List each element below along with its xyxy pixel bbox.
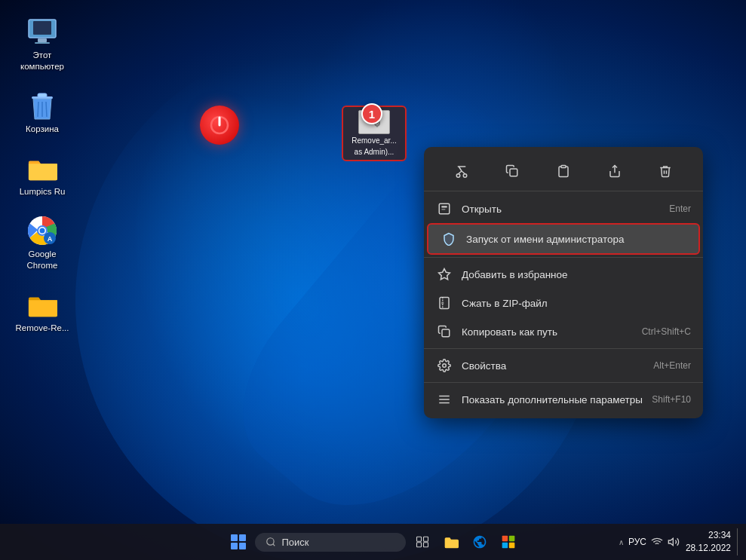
open-icon (436, 200, 453, 217)
date-display: 28.12.2022 (686, 542, 731, 555)
svg-point-43 (443, 364, 447, 368)
context-menu: Открыть Enter Запуск от имени администра… (424, 147, 703, 418)
svg-rect-50 (239, 543, 246, 549)
copy-path-shortcut: Ctrl+Shift+C (642, 326, 691, 337)
menu-divider-1 (424, 257, 703, 258)
zip-icon (436, 295, 453, 311)
more-options-label: Показать дополнительные параметры (462, 394, 652, 405)
context-menu-item-favorites[interactable]: Добавить в избранное (424, 260, 703, 289)
properties-label: Свойства (462, 360, 653, 372)
svg-rect-28 (379, 123, 380, 124)
context-menu-item-zip[interactable]: Сжать в ZIP-файл (424, 289, 703, 317)
context-menu-item-open[interactable]: Открыть Enter (424, 194, 703, 223)
favorites-label: Добавить в избранное (462, 269, 691, 280)
taskbar: Поиск (0, 524, 746, 560)
desktop: Этот компьютер Корзина (0, 0, 746, 560)
volume-icon (668, 536, 680, 548)
network-icon (651, 536, 663, 548)
power-icon-desktop (200, 106, 239, 145)
svg-rect-32 (510, 169, 517, 176)
properties-shortcut: Alt+Enter (653, 360, 691, 371)
open-label: Открыть (462, 203, 669, 215)
svg-rect-36 (441, 206, 447, 207)
task-view-button[interactable] (410, 530, 434, 554)
svg-line-6 (38, 102, 38, 117)
file-explorer-button[interactable] (439, 530, 463, 554)
folder-lumpics-icon (27, 153, 57, 183)
run-as-admin-label: Запуск от имени администратора (466, 234, 686, 245)
context-menu-item-run-as-admin[interactable]: Запуск от имени администратора (427, 223, 700, 255)
desktop-icon-this-computer[interactable]: Этот компьютер (12, 12, 72, 77)
file-icon-label-line1: Remove_ar... (352, 136, 396, 145)
annotation-badge-1: 1 (361, 103, 382, 124)
menu-divider-2 (424, 348, 703, 349)
folder-remove-icon (27, 289, 57, 320)
edge-browser-button[interactable] (468, 530, 492, 554)
context-menu-item-more-options[interactable]: Показать дополнительные параметры Shift+… (424, 385, 703, 414)
svg-rect-49 (231, 543, 238, 549)
svg-rect-5 (38, 93, 47, 97)
system-tray: ∧ РУС (619, 536, 680, 548)
desktop-icon-google-chrome-label: Google Chrome (15, 249, 69, 271)
zip-label: Сжать в ZIP-файл (462, 298, 691, 309)
svg-rect-1 (33, 21, 51, 35)
desktop-icon-lumpics-label: Lumpics Ru (20, 186, 66, 197)
open-shortcut: Enter (669, 203, 691, 214)
context-menu-item-properties[interactable]: Свойства Alt+Enter (424, 351, 703, 380)
context-menu-item-copy-path[interactable]: Копировать как путь Ctrl+Shift+C (424, 317, 703, 346)
star-icon (436, 266, 453, 283)
svg-line-52 (272, 544, 275, 546)
time-date-display[interactable]: 23:34 28.12.2022 (686, 529, 731, 555)
svg-point-12 (40, 228, 45, 233)
desktop-icon-remove-re-label: Remove-Re... (16, 323, 69, 334)
desktop-icons-column: Этот компьютер Корзина (12, 12, 72, 338)
svg-rect-58 (508, 536, 514, 542)
more-options-icon (436, 391, 453, 408)
monitor-icon (27, 17, 57, 47)
ctx-cut-button[interactable] (448, 158, 475, 185)
svg-rect-54 (423, 537, 428, 541)
microsoft-store-button[interactable] (496, 530, 520, 554)
recycle-bin-icon (27, 90, 57, 121)
chrome-icon: A (27, 216, 57, 246)
desktop-icon-remove-re[interactable]: Remove-Re... (12, 285, 72, 338)
search-placeholder: Поиск (282, 537, 309, 548)
taskbar-right: ∧ РУС 23:34 28.12.2022 (619, 528, 740, 555)
desktop-icon-google-chrome[interactable]: A Google Chrome (12, 211, 72, 276)
svg-rect-55 (416, 543, 421, 547)
svg-point-51 (266, 538, 273, 545)
ctx-delete-button[interactable] (652, 158, 679, 185)
search-bar[interactable]: Поиск (255, 533, 406, 552)
ctx-share-button[interactable] (601, 158, 628, 185)
time-display: 23:34 (686, 529, 731, 542)
ctx-copy-button[interactable] (499, 158, 526, 185)
ctx-paste-button[interactable] (550, 158, 577, 185)
svg-point-29 (456, 174, 460, 178)
svg-point-30 (463, 174, 467, 178)
copy-path-icon (436, 323, 453, 340)
tray-arrow[interactable]: ∧ (619, 538, 624, 546)
desktop-icon-recycle-bin-label: Корзина (26, 124, 59, 135)
desktop-icon-recycle-bin[interactable]: Корзина (12, 86, 72, 139)
svg-text:A: A (48, 235, 53, 243)
svg-rect-60 (508, 543, 514, 549)
svg-rect-2 (38, 38, 47, 42)
menu-divider-3 (424, 382, 703, 383)
svg-rect-3 (35, 42, 50, 44)
svg-rect-33 (561, 166, 566, 168)
properties-icon (436, 357, 453, 374)
svg-rect-56 (423, 543, 428, 547)
copy-path-label: Копировать как путь (462, 326, 642, 338)
context-menu-icon-row (424, 151, 703, 191)
svg-marker-38 (439, 269, 450, 280)
taskbar-center: Поиск (226, 530, 520, 554)
start-button[interactable] (226, 530, 250, 554)
language-indicator: РУС (628, 537, 646, 547)
svg-rect-57 (502, 536, 508, 542)
shield-icon (441, 231, 457, 247)
show-desktop-button[interactable] (737, 528, 740, 555)
svg-marker-61 (668, 538, 673, 545)
svg-rect-53 (416, 537, 421, 541)
svg-rect-42 (442, 329, 450, 337)
desktop-icon-lumpics[interactable]: Lumpics Ru (12, 148, 72, 202)
